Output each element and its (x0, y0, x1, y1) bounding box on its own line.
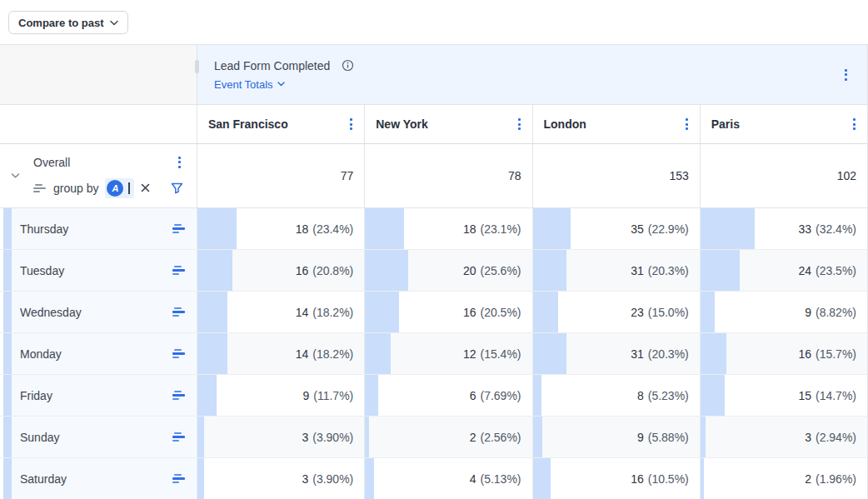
column-header-san-francisco[interactable]: San Francisco (197, 105, 364, 143)
bar-chart-icon[interactable] (172, 307, 186, 317)
metric-selector-dropdown[interactable]: Event Totals (214, 78, 867, 91)
overall-menu-kebab-icon[interactable] (176, 154, 183, 171)
row-color-stripe (3, 292, 12, 332)
column-header-row: San Francisco New York London Paris (0, 105, 867, 144)
cell-percent: (15.7%) (816, 347, 856, 361)
chevron-down-icon (110, 20, 118, 26)
cell-value: 16 (798, 347, 811, 361)
cell-value: 8 (637, 389, 644, 402)
cell-value: 33 (798, 222, 811, 236)
value-bar (533, 292, 558, 332)
table-row: Monday14(18.2%)12(15.4%)31(20.3%)16(15.7… (0, 333, 867, 375)
row-label: Tuesday (20, 264, 64, 277)
value-bar (701, 208, 755, 249)
value-bar (533, 250, 567, 291)
row-color-stripe (3, 333, 12, 374)
cell-percent: (18.2%) (312, 306, 353, 319)
value-cell: 18(23.4%) (197, 208, 364, 249)
value-bar (197, 375, 217, 416)
group-by-line: group by A (33, 178, 183, 198)
cell-value: 2 (470, 431, 476, 444)
cell-percent: (2.94%) (816, 431, 856, 444)
bar-chart-icon[interactable] (172, 432, 186, 442)
corner-cell (0, 45, 197, 104)
column-header-paris[interactable]: Paris (700, 105, 867, 143)
value-cell: 3(2.94%) (700, 417, 867, 457)
info-icon[interactable] (342, 59, 354, 72)
overall-value-cell: 102 (700, 144, 867, 207)
row-header-saturday[interactable]: Saturday (0, 458, 197, 499)
column-header-new-york[interactable]: New York (364, 105, 531, 143)
value-cell: 35(22.9%) (532, 208, 700, 249)
row-header-sunday[interactable]: Sunday (0, 417, 197, 457)
bar-chart-icon[interactable] (172, 224, 186, 234)
row-label: Saturday (20, 472, 67, 486)
value-cell: 23(15.0%) (532, 292, 700, 332)
table-row: Tuesday16(20.8%)20(25.6%)31(20.3%)24(23.… (0, 250, 867, 292)
bar-chart-icon[interactable] (172, 474, 186, 484)
row-header-monday[interactable]: Monday (0, 333, 197, 374)
column-menu-kebab-icon[interactable] (851, 116, 858, 132)
overall-value-cell: 77 (197, 144, 364, 207)
value-cell: 3(3.90%) (197, 417, 364, 457)
row-header-tuesday[interactable]: Tuesday (0, 250, 197, 291)
row-color-stripe (3, 208, 12, 249)
value-cell: 2(2.56%) (364, 417, 531, 457)
column-menu-kebab-icon[interactable] (347, 116, 355, 132)
cell-value: 4 (470, 472, 476, 486)
value-cell: 16(20.8%) (197, 250, 364, 291)
filter-icon[interactable] (171, 182, 183, 194)
column-menu-kebab-icon[interactable] (516, 116, 523, 132)
value-bar (533, 208, 571, 249)
value-bar (365, 417, 369, 457)
overall-value: 77 (341, 169, 354, 182)
cell-percent: (23.1%) (480, 222, 521, 236)
value-bar (197, 458, 204, 499)
value-cell: 15(14.7%) (700, 375, 867, 416)
cell-percent: (1.96%) (816, 472, 856, 486)
bar-chart-icon[interactable] (172, 349, 186, 359)
value-cell: 16(15.7%) (700, 333, 867, 374)
value-cell: 18(23.1%) (364, 208, 531, 249)
value-cell: 12(15.4%) (364, 333, 531, 374)
column-label: New York (376, 117, 428, 131)
value-cell: 8(5.23%) (532, 375, 700, 416)
event-header-cell: Lead Form Completed Event Totals (197, 45, 867, 104)
value-bar (533, 417, 543, 457)
bar-chart-icon[interactable] (172, 391, 186, 401)
row-color-stripe (3, 375, 12, 416)
chevron-down-icon (277, 82, 285, 87)
row-color-stripe (3, 250, 12, 291)
collapse-chevron-icon[interactable] (11, 173, 20, 179)
row-header-wednesday[interactable]: Wednesday (0, 292, 197, 332)
remove-group-by-icon[interactable] (141, 183, 150, 192)
column-header-london[interactable]: London (532, 105, 700, 143)
value-bar (197, 208, 237, 249)
cell-value: 23 (631, 306, 644, 319)
cell-percent: (20.5%) (480, 306, 521, 319)
compare-to-past-button[interactable]: Compare to past (8, 11, 128, 34)
value-bar (197, 250, 232, 291)
value-cell: 9(11.7%) (197, 375, 364, 416)
column-resize-handle[interactable] (195, 60, 199, 73)
value-cell: 6(7.69%) (364, 375, 531, 416)
group-by-property-chip[interactable]: A (105, 178, 134, 198)
event-menu-kebab-icon[interactable] (842, 67, 850, 83)
column-label: London (544, 117, 586, 131)
value-cell: 9(8.82%) (700, 292, 867, 332)
row-header-friday[interactable]: Friday (0, 375, 197, 416)
table-row: Sunday3(3.90%)2(2.56%)9(5.88%)3(2.94%) (0, 417, 867, 458)
value-cell: 14(18.2%) (197, 333, 364, 374)
row-label: Wednesday (20, 306, 82, 319)
event-header-row: Lead Form Completed Event Totals (0, 45, 867, 105)
metric-selector-label: Event Totals (214, 78, 273, 91)
cell-value: 14 (296, 306, 309, 319)
value-bar (365, 208, 403, 249)
cell-value: 16 (463, 306, 476, 319)
row-header-thursday[interactable]: Thursday (0, 208, 197, 249)
column-menu-kebab-icon[interactable] (683, 116, 691, 132)
value-cell: 16(20.5%) (364, 292, 531, 332)
value-cell: 3(3.90%) (197, 458, 364, 499)
value-bar (701, 458, 704, 499)
bar-chart-icon[interactable] (172, 266, 186, 276)
